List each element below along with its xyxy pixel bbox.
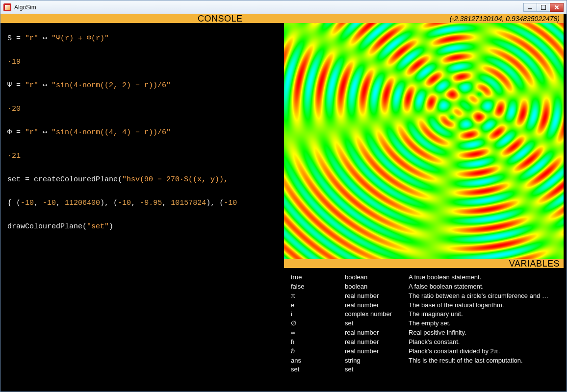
console-line: set = createColouredPlane("hsv(90 − 270·… bbox=[7, 174, 279, 186]
console-line bbox=[7, 115, 279, 127]
variable-desc: The base of the natural logarithm. bbox=[409, 301, 560, 310]
right-column: VARIABLES truebooleanA true boolean stat… bbox=[284, 23, 564, 392]
variable-type: real number bbox=[345, 301, 409, 310]
minimize-button[interactable] bbox=[523, 3, 537, 12]
variable-desc: This is the result of the last computati… bbox=[409, 356, 560, 366]
variable-row[interactable]: setset bbox=[291, 365, 560, 374]
console-token: ), ( bbox=[100, 199, 118, 207]
console-line bbox=[7, 68, 279, 80]
variables-pane[interactable]: truebooleanA true boolean statement.fals… bbox=[284, 268, 564, 392]
variable-type: set bbox=[345, 319, 409, 328]
window-controls bbox=[524, 3, 564, 12]
console-line: drawColouredPlane("set") bbox=[7, 221, 279, 233]
variable-row[interactable]: πreal numberThe ratio between a circle's… bbox=[291, 292, 560, 301]
console-token: "r" bbox=[25, 34, 38, 43]
console-token: "sin(4·norm((4, 4) − r))/6" bbox=[52, 128, 171, 137]
variable-name: ans bbox=[291, 356, 345, 366]
visualization-pane[interactable] bbox=[284, 23, 564, 259]
console-token: ↦ bbox=[38, 81, 52, 90]
variable-name: false bbox=[291, 282, 345, 292]
variable-name: set bbox=[291, 365, 345, 374]
console-token: 10157824 bbox=[171, 199, 206, 207]
variable-desc: Real positive infinity. bbox=[409, 328, 560, 338]
console-line: ·19 bbox=[7, 56, 279, 68]
console-line: Φ = "r" ↦ "sin(4·norm((4, 4) − r))/6" bbox=[7, 127, 279, 139]
variable-name: ∅ bbox=[291, 319, 345, 328]
console-line: { (-10, -10, 11206400), (-10, -9.95, 101… bbox=[7, 197, 279, 209]
console-token: ·19 bbox=[7, 58, 21, 66]
variable-desc: The ratio between a circle's circumferen… bbox=[409, 292, 560, 301]
variable-row[interactable]: ereal numberThe base of the natural loga… bbox=[291, 301, 560, 310]
variable-name: π bbox=[291, 292, 345, 301]
console-token: "sin(4·norm((2, 2) − r))/6" bbox=[52, 81, 171, 90]
console-line bbox=[7, 186, 279, 197]
console-token: ↦ bbox=[38, 128, 52, 137]
interference-plot bbox=[284, 23, 564, 259]
console-token: { ( bbox=[7, 199, 21, 207]
console-pane[interactable]: S = "r" ↦ "Ψ(r) + Φ(r)" ·19 Ψ = "r" ↦ "s… bbox=[0, 23, 284, 392]
variable-name: ℏ bbox=[291, 347, 345, 356]
variable-desc: A false boolean statement. bbox=[409, 282, 560, 292]
variable-row[interactable]: ℏreal numberPlanck's constant divided by… bbox=[291, 347, 560, 356]
console-line bbox=[7, 209, 279, 221]
variable-type: real number bbox=[345, 328, 409, 338]
console-token: , bbox=[162, 199, 171, 207]
console-line bbox=[7, 92, 279, 103]
app-window: AlgoSim CONSOLE (-2.38127130104, 0.93483… bbox=[0, 0, 567, 392]
variable-type: complex number bbox=[345, 310, 409, 319]
app-icon bbox=[3, 3, 11, 11]
console-token: -10 bbox=[21, 199, 34, 207]
variable-type: boolean bbox=[345, 273, 409, 282]
console-token: , bbox=[34, 199, 43, 207]
console-token: -10 bbox=[118, 199, 131, 207]
console-line: ·21 bbox=[7, 150, 279, 162]
variable-name: ∞ bbox=[291, 328, 345, 338]
console-token: ·21 bbox=[7, 152, 21, 160]
console-line bbox=[7, 45, 279, 56]
console-line: ·20 bbox=[7, 103, 279, 115]
client-area: CONSOLE (-2.38127130104, 0.934835022478)… bbox=[0, 14, 567, 392]
variable-row[interactable]: ∞real numberReal positive infinity. bbox=[291, 328, 560, 338]
console-token: "r" bbox=[25, 81, 38, 90]
maximize-button[interactable] bbox=[537, 3, 550, 12]
console-token: -10 bbox=[224, 199, 237, 207]
variable-name: i bbox=[291, 310, 345, 319]
variable-desc bbox=[409, 365, 560, 374]
variable-desc: A true boolean statement. bbox=[409, 273, 560, 282]
variable-type: boolean bbox=[345, 282, 409, 292]
console-token: "Ψ(r) + Φ(r)" bbox=[52, 34, 109, 43]
console-token: 11206400 bbox=[65, 199, 100, 207]
variable-type: real number bbox=[345, 292, 409, 301]
close-button[interactable] bbox=[550, 3, 564, 12]
console-line: Ψ = "r" ↦ "sin(4·norm((2, 2) − r))/6" bbox=[7, 80, 279, 92]
variable-row[interactable]: falsebooleanA false boolean statement. bbox=[291, 282, 560, 292]
variable-type: real number bbox=[345, 338, 409, 347]
variable-desc: Planck's constant divided by 2π. bbox=[409, 347, 560, 356]
console-token: Ψ = bbox=[7, 81, 25, 90]
variable-name: true bbox=[291, 273, 345, 282]
variable-row[interactable]: icomplex numberThe imaginary unit. bbox=[291, 310, 560, 319]
variable-row[interactable]: ħreal numberPlanck's constant. bbox=[291, 338, 560, 347]
console-line bbox=[7, 162, 279, 174]
console-token: Φ = bbox=[7, 128, 25, 137]
variables-header-label: VARIABLES bbox=[509, 259, 560, 269]
variable-type: string bbox=[345, 356, 409, 366]
variable-row[interactable]: ∅setThe empty set. bbox=[291, 319, 560, 328]
variable-row[interactable]: truebooleanA true boolean statement. bbox=[291, 273, 560, 282]
variable-desc: The imaginary unit. bbox=[409, 310, 560, 319]
cursor-coordinates: (-2.38127130104, 0.934835022478) bbox=[450, 15, 560, 23]
variable-name: ħ bbox=[291, 338, 345, 347]
console-token: ), ( bbox=[206, 199, 224, 207]
variable-name: e bbox=[291, 301, 345, 310]
variable-type: real number bbox=[345, 347, 409, 356]
variable-desc: The empty set. bbox=[409, 319, 560, 328]
console-token: -10 bbox=[43, 199, 56, 207]
variable-row[interactable]: ansstringThis is the result of the last … bbox=[291, 356, 560, 366]
console-token: drawColouredPlane( bbox=[7, 222, 87, 231]
console-token: set = createColouredPlane( bbox=[7, 175, 122, 184]
variables-header-bar: VARIABLES bbox=[284, 259, 564, 268]
console-line: S = "r" ↦ "Ψ(r) + Φ(r)" bbox=[7, 33, 279, 45]
top-header-bar: CONSOLE (-2.38127130104, 0.934835022478) bbox=[0, 14, 564, 23]
titlebar[interactable]: AlgoSim bbox=[0, 0, 567, 14]
window-title: AlgoSim bbox=[14, 4, 524, 11]
